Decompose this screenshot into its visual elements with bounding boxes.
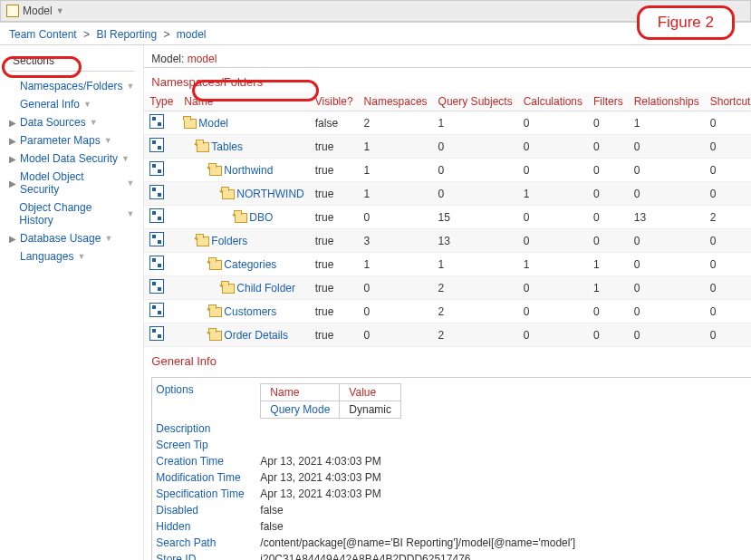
- col-header[interactable]: Visible?: [310, 92, 359, 111]
- row-name[interactable]: DBO: [249, 211, 273, 224]
- cell-filters: 1: [588, 253, 629, 276]
- cell-calc: 0: [518, 111, 588, 135]
- folder-icon: [235, 213, 247, 223]
- gi-options-label: Options: [156, 383, 260, 419]
- type-icon: [149, 114, 164, 129]
- col-header[interactable]: Shortcuts: [705, 92, 751, 111]
- gi-label: Screen Tip: [156, 439, 260, 451]
- gi-row: Description: [156, 420, 751, 437]
- cell-qs: 0: [433, 159, 518, 182]
- row-name[interactable]: Tables: [211, 140, 243, 153]
- row-name[interactable]: Categories: [224, 258, 276, 271]
- cell-namespaces: 0: [359, 300, 433, 323]
- folder-icon: [209, 307, 222, 317]
- breadcrumb-item[interactable]: Team Content: [9, 28, 77, 41]
- cell-qs: 2: [433, 276, 518, 300]
- col-header[interactable]: Namespaces: [359, 92, 433, 111]
- cell-calc: 0: [518, 323, 588, 347]
- table-row[interactable]: Folderstrue3130000: [144, 229, 751, 253]
- chevron-down-icon: ▼: [126, 209, 134, 218]
- cell-rel: 0: [629, 159, 705, 182]
- folder-icon: [222, 284, 235, 294]
- row-name[interactable]: Customers: [224, 305, 276, 318]
- chevron-down-icon: ▼: [83, 100, 91, 109]
- cell-filters: 0: [588, 111, 629, 135]
- cell-namespaces: 1: [359, 159, 433, 182]
- cell-filters: 0: [588, 300, 629, 323]
- gi-label: Modification Time: [156, 471, 260, 484]
- cell-namespaces: 3: [359, 229, 433, 253]
- chevron-down-icon: ▼: [104, 136, 112, 145]
- sidebar-item[interactable]: Languages▼: [9, 247, 134, 266]
- table-row[interactable]: Modelfalse210010: [144, 111, 751, 135]
- table-row[interactable]: NORTHWINDtrue101000: [144, 182, 751, 206]
- col-header[interactable]: Relationships: [629, 92, 705, 111]
- type-icon: [149, 138, 164, 152]
- options-table: Name Value Query Mode Dynamic: [260, 383, 401, 419]
- table-row[interactable]: Tablestrue100000: [144, 135, 751, 159]
- gi-row: Screen Tip: [156, 437, 751, 453]
- breadcrumb-item[interactable]: BI Reporting: [96, 28, 157, 41]
- cell-calc: 1: [518, 253, 588, 276]
- model-label: Model: model: [144, 49, 751, 67]
- sidebar-item[interactable]: ▶Database Usage▼: [9, 229, 134, 247]
- cell-filters: 0: [588, 159, 629, 182]
- row-name[interactable]: Northwind: [224, 164, 273, 177]
- col-header[interactable]: Type: [144, 92, 178, 111]
- table-row[interactable]: DBOtrue01500132: [144, 206, 751, 229]
- table-row[interactable]: Order Detailstrue020000: [144, 323, 751, 347]
- table-row[interactable]: Categoriestrue111100: [144, 253, 751, 276]
- row-name[interactable]: Order Details: [224, 329, 288, 342]
- cell-namespaces: 0: [359, 276, 433, 300]
- cell-visible: true: [310, 159, 359, 182]
- triangle-icon: ▶: [9, 154, 16, 164]
- cell-rel: 0: [629, 135, 705, 159]
- cell-namespaces: 1: [359, 182, 433, 206]
- folder-icon: [209, 166, 222, 176]
- cell-rel: 0: [629, 276, 705, 300]
- sidebar-item[interactable]: General Info▼: [9, 95, 134, 113]
- col-header[interactable]: Calculations: [518, 92, 588, 111]
- chevron-down-icon: ▼: [121, 154, 130, 163]
- sidebar-item[interactable]: ▶Model Object Security▼: [9, 168, 134, 198]
- chevron-down-icon: ▼: [126, 179, 134, 188]
- gi-value: false: [260, 504, 283, 517]
- table-row[interactable]: Northwindtrue100000: [144, 159, 751, 182]
- cell-filters: 0: [588, 323, 629, 347]
- col-header[interactable]: Filters: [588, 92, 629, 111]
- breadcrumb-item[interactable]: model: [177, 28, 207, 41]
- cell-qs: 2: [433, 323, 518, 347]
- cell-qs: 1: [433, 253, 518, 276]
- cell-sc: 0: [705, 253, 751, 276]
- chevron-down-icon[interactable]: ▼: [56, 6, 64, 15]
- type-icon: [149, 256, 164, 270]
- cell-filters: 0: [588, 182, 629, 206]
- triangle-icon: ▶: [9, 179, 16, 188]
- cell-visible: true: [310, 182, 359, 206]
- sidebar-item[interactable]: ▶Model Data Security▼: [9, 150, 134, 168]
- cell-visible: false: [310, 111, 359, 135]
- gi-value: Apr 13, 2021 4:03:03 PM: [260, 455, 380, 468]
- sidebar-item[interactable]: ▶Parameter Maps▼: [9, 131, 134, 150]
- sidebar-item[interactable]: Object Change History▼: [9, 198, 134, 229]
- gi-value: /content/package[@name='BI Reporting']/m…: [260, 536, 575, 549]
- col-header[interactable]: Query Subjects: [433, 92, 518, 111]
- col-header[interactable]: Name: [178, 92, 309, 111]
- table-row[interactable]: Customerstrue020000: [144, 300, 751, 323]
- row-name[interactable]: Child Folder: [236, 282, 295, 294]
- sidebar-item[interactable]: Namespaces/Folders▼: [9, 77, 134, 95]
- row-name[interactable]: NORTHWIND: [236, 188, 303, 200]
- row-name[interactable]: Folders: [211, 235, 247, 247]
- main-panel: Model: model Namespaces/Folders TypeName…: [143, 45, 751, 560]
- sidebar-item-label: Model Data Security: [20, 152, 118, 165]
- cell-calc: 0: [518, 229, 588, 253]
- sidebar-item-label: Database Usage: [20, 232, 101, 245]
- chevron-down-icon: ▼: [77, 252, 85, 261]
- cell-qs: 15: [433, 206, 518, 229]
- row-name[interactable]: Model: [198, 117, 228, 130]
- gi-row: Specification TimeApr 13, 2021 4:03:03 P…: [156, 486, 751, 502]
- cell-namespaces: 1: [359, 253, 433, 276]
- table-row[interactable]: Child Foldertrue020100: [144, 276, 751, 300]
- cell-namespaces: 1: [359, 135, 433, 159]
- sidebar-item[interactable]: ▶Data Sources▼: [9, 113, 134, 131]
